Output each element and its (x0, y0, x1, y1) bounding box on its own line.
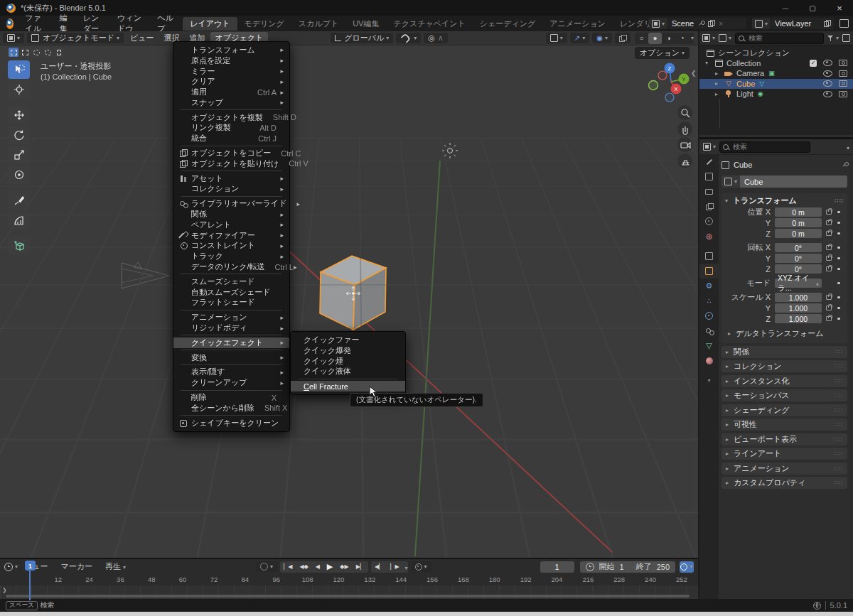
light-row[interactable]: ▸ Light ◉ (699, 89, 853, 99)
menu-item[interactable]: トランスフォーム ▸ (173, 45, 289, 55)
lock-icon[interactable] (826, 295, 832, 300)
minimize-button[interactable] (772, 0, 799, 16)
menu-item[interactable]: クイックエフェクト ▸ (173, 337, 289, 348)
playhead[interactable]: 1 (25, 561, 36, 571)
maximize-button[interactable] (799, 0, 826, 16)
location-x-field[interactable]: 0 m (775, 207, 822, 217)
collapsed-panel[interactable]: ▸ モーションパス ∷∷ (721, 389, 847, 401)
wireframe-shading-button[interactable]: ○ (635, 33, 648, 44)
object-properties-tab[interactable] (699, 264, 719, 279)
collapsed-panel[interactable]: ▸ ラインアート ∷∷ (721, 448, 847, 460)
jump-to-end-button[interactable] (353, 563, 368, 570)
measure-tool[interactable] (8, 211, 30, 229)
solid-shading-button[interactable]: ● (648, 33, 662, 44)
object-name-field[interactable]: Cube (740, 175, 847, 188)
timeline-channel-area[interactable] (0, 585, 698, 600)
location-y-field[interactable]: 0 m (775, 218, 822, 227)
collapsed-panel[interactable]: ▸ カスタムプロパティ ∷∷ (721, 477, 847, 489)
camera-view-button[interactable] (677, 137, 692, 152)
collapsed-panel[interactable]: ▸ 関係 ∷∷ (721, 346, 847, 358)
material-shading-button[interactable]: ◑ (662, 33, 675, 44)
next-keyframe-button[interactable] (336, 563, 352, 570)
hide-eye-icon[interactable] (823, 91, 832, 97)
menu-item[interactable]: フラットシェード ▸ (173, 298, 289, 308)
render-properties-tab[interactable] (699, 169, 719, 184)
menu-item[interactable]: リジッドボディ ▸ (173, 323, 289, 333)
workspace-tab[interactable]: テクスチャペイント (386, 17, 472, 31)
panel-drag-dots[interactable]: ∷∷ (835, 378, 843, 384)
select-box-tool[interactable] (8, 60, 30, 79)
outliner-display-mode[interactable] (702, 34, 715, 42)
play-button[interactable] (323, 562, 336, 571)
timeline-menu[interactable]: マーカー (55, 561, 100, 572)
panel-drag-dots[interactable]: ∷∷ (835, 363, 843, 369)
collapsed-panel[interactable]: ▸ 可視性 ∷∷ (721, 418, 847, 431)
menu-item[interactable]: クリア ▸ (173, 76, 289, 87)
menu-item[interactable]: オブジェクトを貼り付け Ctrl V ▸ (173, 158, 289, 169)
remove-viewlayer-icon[interactable] (839, 19, 849, 28)
perspective-toggle-button[interactable] (677, 153, 692, 168)
rotate-tool[interactable] (8, 126, 30, 144)
menu-item[interactable]: アセット ▸ (173, 173, 289, 184)
menu-item[interactable]: クリーンアップ ▸ (173, 377, 289, 388)
cube-row-selected[interactable]: ▸ ▽ Cube ▽ (699, 79, 853, 90)
menu-item[interactable]: 表示/隠す ▸ (173, 367, 289, 378)
panel-drag-dots[interactable]: ∷∷ (835, 480, 843, 486)
menu-item[interactable]: 関係 ▸ (173, 209, 289, 220)
camera-object[interactable] (119, 260, 172, 291)
workspace-tab[interactable]: レイアウト (183, 17, 237, 31)
playhead-line[interactable] (29, 571, 31, 600)
panel-drag-dots[interactable]: ∷∷ (835, 407, 843, 414)
outliner-search-input[interactable] (747, 33, 820, 43)
hide-eye-icon[interactable] (823, 80, 832, 87)
tweak-select-icon[interactable] (9, 48, 18, 57)
workspace-tab[interactable]: レンダリング (613, 17, 649, 31)
data-properties-tab[interactable]: ▽ (699, 338, 719, 353)
timeline-view-button[interactable] (680, 561, 694, 573)
jump-to-start-button[interactable] (280, 563, 296, 570)
menu-item[interactable]: ペアレント ▸ (173, 220, 289, 230)
viewport-3d[interactable]: オブジェクトモード ビュー選択追加オブジェクト グローバル ◎∧ ↗ ◉ ○ ●… (0, 31, 698, 558)
render-visibility-icon[interactable] (839, 91, 847, 97)
menu-item[interactable]: モディファイアー ▸ (173, 230, 289, 241)
viewlayer-properties-tab[interactable] (699, 199, 719, 214)
step-back-button[interactable] (371, 563, 387, 570)
timeline-ticks[interactable]: 1224364860728496108120132144156168180192… (0, 574, 698, 585)
menu-item[interactable]: スナップ ▸ (173, 97, 289, 108)
delete-scene-icon[interactable]: × (719, 20, 723, 28)
timeline-editor-type[interactable] (4, 563, 18, 571)
menu-item[interactable]: データのリンク/転送 Ctrl L ▸ (173, 261, 289, 272)
snap-dropdown[interactable] (396, 33, 421, 43)
collection-checkbox[interactable]: ✓ (810, 60, 817, 67)
scene-field[interactable]: Scene × (668, 18, 746, 29)
render-visibility-icon[interactable] (839, 80, 847, 87)
menu-item[interactable]: リンク複製 Alt D ▸ (173, 123, 289, 134)
zoom-button[interactable] (677, 105, 692, 120)
physics-properties-tab[interactable] (699, 308, 719, 323)
pin-icon[interactable] (698, 21, 704, 26)
light-object[interactable] (441, 141, 459, 160)
tabs-overflow-chevron[interactable]: ▾ (699, 373, 719, 388)
collapsed-panel[interactable]: ▸ インスタンス化 ∷∷ (721, 375, 847, 387)
collapsed-panel[interactable]: ▸ ビューポート表示 ∷∷ (721, 433, 847, 445)
menu-item[interactable]: コンストレイント ▸ (173, 241, 289, 252)
submenu-item[interactable]: Cell Fracture ▸ (291, 381, 405, 391)
animate-dot[interactable] (837, 268, 840, 271)
animate-dot[interactable] (837, 318, 840, 320)
playback-menu[interactable]: 再生 (99, 561, 132, 572)
animate-dot[interactable] (837, 232, 840, 235)
menu-item[interactable]: シェイプキーをクリーン ▸ (173, 418, 289, 428)
workspace-tab[interactable]: シェーディング (473, 17, 543, 31)
animate-dot[interactable] (837, 247, 840, 249)
lock-icon[interactable] (826, 266, 832, 271)
panel-drag-dots[interactable]: ∷∷ (835, 198, 844, 204)
xray-toggle[interactable] (615, 33, 631, 43)
timeline-scrollbar[interactable] (6, 595, 690, 598)
menu-item[interactable]: オブジェクトを複製 Shift D ▸ (173, 112, 289, 123)
menu-item[interactable]: 自動スムーズシェード ▸ (173, 287, 289, 298)
previous-keyframe-button[interactable] (296, 563, 311, 570)
menu-item[interactable]: 全シーンから削除 Shift X ▸ (173, 403, 289, 414)
lock-icon[interactable] (826, 316, 832, 321)
material-properties-tab[interactable] (699, 353, 719, 368)
start-frame-field[interactable]: 1 (620, 563, 624, 571)
